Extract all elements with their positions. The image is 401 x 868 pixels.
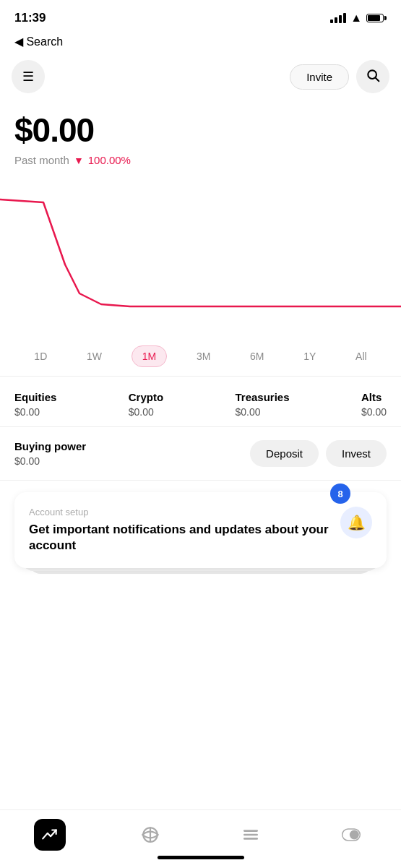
- notification-bell-icon: 🔔: [340, 507, 372, 538]
- search-icon: [366, 68, 380, 86]
- invest-button[interactable]: Invest: [326, 440, 387, 467]
- assets-section: Equities $0.00 Crypto $0.00 Treasuries $…: [0, 377, 401, 427]
- status-icons: ▲: [330, 12, 387, 25]
- tab-1w[interactable]: 1W: [77, 346, 112, 366]
- invite-label: Invite: [306, 71, 332, 83]
- equities-value: $0.00: [14, 406, 56, 418]
- equities-label: Equities: [14, 391, 56, 403]
- portfolio-change: Past month ▼ 100.00%: [14, 154, 387, 166]
- notification-title: Get important notifications and updates …: [29, 522, 332, 554]
- home-indicator: [0, 856, 401, 864]
- time-tabs: 1D 1W 1M 3M 6M 1Y All: [0, 337, 401, 377]
- alts-label: Alts: [361, 391, 387, 403]
- tab-1d[interactable]: 1D: [24, 346, 57, 366]
- buying-power-value: $0.00: [14, 455, 86, 467]
- nav-discover[interactable]: [134, 819, 166, 851]
- svg-line-1: [376, 77, 379, 81]
- buying-power-section: Buying power $0.00 Deposit Invest: [0, 427, 401, 481]
- portfolio-value: $0.00: [14, 111, 387, 150]
- svg-point-8: [350, 830, 358, 839]
- wifi-icon: ▲: [350, 12, 362, 25]
- alts-value: $0.00: [361, 406, 387, 418]
- status-time: 11:39: [14, 11, 46, 25]
- list-icon: [235, 819, 267, 851]
- change-percent: 100.00%: [88, 154, 131, 166]
- notification-content: Account setup Get important notification…: [29, 507, 332, 554]
- invite-button[interactable]: Invite: [290, 64, 349, 90]
- notification-tag: Account setup: [29, 507, 332, 517]
- buying-power-buttons: Deposit Invest: [250, 440, 387, 467]
- period-label: Past month: [14, 154, 69, 166]
- chart-svg: [0, 178, 401, 337]
- nav-feed[interactable]: [235, 819, 267, 851]
- battery-icon: [366, 14, 387, 22]
- notification-card[interactable]: 8 Account setup Get important notificati…: [14, 492, 387, 568]
- menu-icon: ☰: [22, 69, 34, 85]
- notification-badge: 8: [330, 484, 350, 504]
- nav-account[interactable]: [335, 819, 367, 851]
- treasuries-label: Treasuries: [235, 391, 289, 403]
- tab-3m[interactable]: 3M: [186, 346, 220, 366]
- asset-alts: Alts $0.00: [361, 391, 387, 418]
- portfolio-chart: [0, 178, 401, 337]
- invest-label: Invest: [342, 447, 371, 460]
- tab-1y[interactable]: 1Y: [293, 346, 326, 366]
- treasuries-value: $0.00: [235, 406, 289, 418]
- crypto-label: Crypto: [129, 391, 163, 403]
- asset-crypto: Crypto $0.00: [129, 391, 163, 418]
- crypto-value: $0.00: [129, 406, 163, 418]
- back-label: ◀ Search: [14, 35, 63, 48]
- tab-all[interactable]: All: [345, 346, 377, 366]
- buying-power-info: Buying power $0.00: [14, 440, 86, 467]
- globe-icon: [134, 819, 166, 851]
- tab-6m[interactable]: 6M: [240, 346, 274, 366]
- status-bar: 11:39 ▲: [0, 0, 401, 32]
- notification-area: 8 Account setup Get important notificati…: [14, 492, 387, 568]
- portfolio-icon: [34, 819, 66, 851]
- menu-button[interactable]: ☰: [12, 60, 45, 93]
- toggle-icon: [335, 819, 367, 851]
- change-arrow-icon: ▼: [74, 155, 84, 166]
- home-bar: [158, 856, 244, 859]
- asset-equities: Equities $0.00: [14, 391, 56, 418]
- signal-icon: [330, 13, 346, 23]
- nav-portfolio[interactable]: [34, 819, 66, 851]
- back-navigation[interactable]: ◀ Search: [0, 32, 401, 54]
- deposit-label: Deposit: [266, 447, 303, 460]
- portfolio-section: $0.00 Past month ▼ 100.00%: [0, 99, 401, 166]
- buying-power-label: Buying power: [14, 440, 86, 452]
- deposit-button[interactable]: Deposit: [250, 440, 319, 467]
- asset-treasuries: Treasuries $0.00: [235, 391, 289, 418]
- toolbar: ☰ Invite: [0, 54, 401, 99]
- search-button[interactable]: [356, 60, 389, 93]
- tab-1m[interactable]: 1M: [131, 345, 167, 367]
